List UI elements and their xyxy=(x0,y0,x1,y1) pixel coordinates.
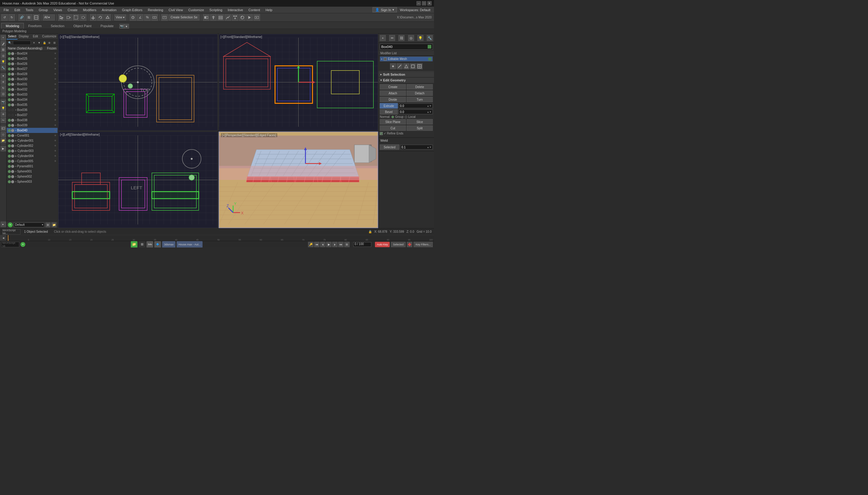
add-button[interactable]: + xyxy=(8,222,13,227)
turn-button[interactable]: Turn xyxy=(406,97,433,102)
create-mode-icon[interactable]: + xyxy=(380,35,386,41)
face-mode-button[interactable] xyxy=(403,63,409,69)
angle-snap-button[interactable]: ∠ xyxy=(137,14,143,21)
selected-button[interactable]: Selected xyxy=(391,242,406,247)
object-name-field[interactable]: Box040 xyxy=(380,44,433,50)
tab-selection[interactable]: Selection xyxy=(46,23,69,29)
extrude-spinner-icon[interactable]: ▲▼ xyxy=(427,105,432,107)
menu-civil-view[interactable]: Civil View xyxy=(166,7,185,12)
dropdown-arrow-icon[interactable]: ▾ xyxy=(124,24,129,29)
maxscript-input[interactable]: MAXScript Mi xyxy=(1,242,19,247)
list-item[interactable]: ●Box025❄ xyxy=(7,56,57,61)
helpers-button[interactable]: ✛ xyxy=(1,112,6,117)
hierarchy-mode-button[interactable]: ⛓ xyxy=(1,47,6,52)
material-editor-button[interactable] xyxy=(239,14,246,21)
list-item[interactable]: ●Box028❄ xyxy=(7,71,57,76)
taskbar-3dsmax-window[interactable]: 3dsmax xyxy=(162,241,175,248)
to-end-button[interactable]: ⏭ xyxy=(338,242,344,247)
taskbar-house-window[interactable]: House.max - Aut... xyxy=(177,241,203,248)
list-item[interactable]: ●Sphere003 xyxy=(7,179,57,184)
sign-in-button[interactable]: 👤 Sign In ▾ xyxy=(372,7,397,12)
scale-icon[interactable]: ⊡ xyxy=(1,91,6,97)
timeline-toggle[interactable]: ◀ xyxy=(0,235,7,241)
slice-plane-button[interactable]: Slice Plane xyxy=(380,119,406,124)
menu-help[interactable]: Help xyxy=(263,7,275,12)
weld-selected-button[interactable]: Selected xyxy=(380,144,399,150)
list-item[interactable]: ▶Cylinder001❄ xyxy=(7,138,57,143)
search-icon[interactable]: 🔍 xyxy=(7,40,12,45)
select-object-button[interactable] xyxy=(58,14,65,21)
frame-step-button[interactable]: ⊞ xyxy=(344,242,350,247)
redo-button[interactable]: ↻ xyxy=(8,14,15,21)
edge-mode-button[interactable] xyxy=(397,63,403,69)
refine-ends-checkbox[interactable]: ✓ xyxy=(380,132,383,135)
list-item[interactable]: ●Box024❄ xyxy=(7,51,57,56)
tab-freeform[interactable]: Freeform xyxy=(24,23,47,29)
window-controls[interactable]: ─ □ ✕ xyxy=(417,1,432,5)
list-item[interactable]: ●Box033❄ xyxy=(7,92,57,97)
motion-mode-icon[interactable]: ◎ xyxy=(408,35,414,41)
tab-modeling[interactable]: Modeling xyxy=(1,23,24,29)
schematic-button[interactable]: ◇ xyxy=(1,132,6,137)
list-item[interactable]: ●Box027❄ xyxy=(7,66,57,71)
timeline-track[interactable]: 0 5 10 15 20 25 30 35 40 45 50 55 60 65 … xyxy=(7,235,434,241)
viewport-left[interactable]: [+][Left][Standard][Wireframe] xyxy=(58,132,218,228)
scene-search-input[interactable] xyxy=(13,41,31,45)
vertex-mode-button[interactable] xyxy=(390,63,396,69)
light-button[interactable]: 💡 xyxy=(1,105,6,111)
asset-browser-button[interactable]: 📁 xyxy=(1,138,6,143)
bevel-button[interactable]: Bevel xyxy=(380,109,398,115)
modifier-item[interactable]: ▸ Editable Mesh xyxy=(380,57,433,61)
list-item[interactable]: ●Box039❄ xyxy=(7,123,57,128)
render-setup-button[interactable] xyxy=(246,14,253,21)
menu-interactive[interactable]: Interactive xyxy=(225,7,246,12)
maxscript-mini[interactable]: MAXScript Mi... xyxy=(2,229,20,235)
rectangular-select-button[interactable] xyxy=(73,14,79,21)
detach-button[interactable]: Detach xyxy=(406,90,433,96)
scene-tab-edit[interactable]: Edit xyxy=(30,34,41,39)
key-mode-button[interactable]: 🔑 xyxy=(308,242,313,247)
polygon-mode-button[interactable] xyxy=(410,63,416,69)
to-start-button[interactable]: ⏮ xyxy=(314,242,319,247)
rotate-icon[interactable]: ↻ xyxy=(1,85,6,91)
lock-icon[interactable]: 🔒 xyxy=(368,230,372,233)
list-item[interactable]: ●Box031❄ xyxy=(7,82,57,87)
list-item[interactable]: ●Box032❄ xyxy=(7,87,57,92)
menu-create[interactable]: Create xyxy=(65,7,80,12)
weld-value-field[interactable]: 0.1 ▲▼ xyxy=(400,145,433,150)
divide-button[interactable]: Divide xyxy=(380,97,406,102)
menu-tools[interactable]: Tools xyxy=(23,7,36,12)
maximize-button[interactable]: □ xyxy=(422,1,426,5)
list-item[interactable]: ▶Cylinder004❄ xyxy=(7,153,57,158)
list-item[interactable]: ●Cylinder005❄ xyxy=(7,158,57,164)
frame-input[interactable]: 0 / 100 xyxy=(353,242,371,247)
menu-scripting[interactable]: Scripting xyxy=(207,7,225,12)
list-item[interactable]: ●Box026❄ xyxy=(7,61,57,66)
tab-object-paint[interactable]: Object Paint xyxy=(69,23,96,29)
walkthrough-button[interactable]: ▶ xyxy=(1,146,6,151)
layer-options-button[interactable]: ⊞ xyxy=(46,222,50,227)
lasso-select-button[interactable] xyxy=(80,14,87,21)
soft-selection-header[interactable]: ▸ Soft Selection xyxy=(379,72,434,77)
prev-frame-button[interactable]: ⏴ xyxy=(320,242,326,247)
cut-button[interactable]: Cut xyxy=(380,125,406,131)
space-warp-button[interactable]: 〜 xyxy=(1,118,6,123)
split-button[interactable]: Split xyxy=(406,125,433,131)
hierarchy-mode-icon[interactable]: ⛓ xyxy=(398,35,404,41)
list-item[interactable]: ●Sphere001 xyxy=(7,169,57,174)
camera-icon[interactable]: 📷 xyxy=(119,24,124,29)
scene-tab-display[interactable]: Display xyxy=(17,34,30,39)
mirror-button[interactable] xyxy=(203,14,209,21)
expand-arrow[interactable]: ▸ xyxy=(1,222,6,227)
edit-geometry-header[interactable]: ▾ Edit Geometry xyxy=(379,78,434,83)
weld-spinner-icon[interactable]: ▲▼ xyxy=(427,146,432,149)
options-icon[interactable]: ⊞ xyxy=(52,40,57,45)
select-by-name-button[interactable] xyxy=(65,14,72,21)
timeline-slider[interactable] xyxy=(8,235,8,241)
track-view-button[interactable] xyxy=(1,126,6,131)
select-move-button[interactable] xyxy=(90,14,97,21)
taskbar-icon-app2[interactable]: 🔷 xyxy=(154,241,161,248)
bevel-value-field[interactable]: 0.0 ▲▼ xyxy=(399,109,433,114)
scene-tab-customize[interactable]: Customize xyxy=(41,34,57,39)
menu-group[interactable]: Group xyxy=(36,7,50,12)
